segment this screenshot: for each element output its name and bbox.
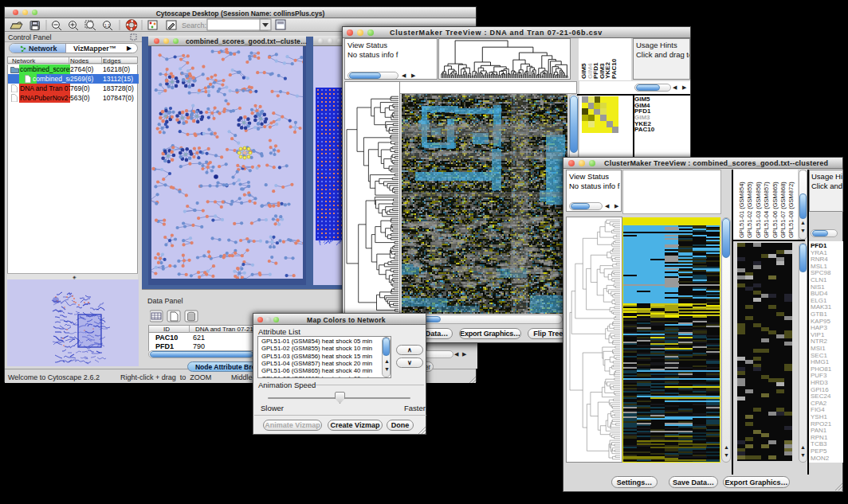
svg-text:GPL51-06 (GSM865): GPL51-06 (GSM865) (771, 182, 779, 238)
svg-text:GPL51-03 (GSM856): GPL51-03 (GSM856) (755, 182, 762, 238)
svg-text:Search:: Search: (182, 21, 206, 29)
svg-text:GPL51-04 (GSM857): GPL51-04 (GSM857) (763, 182, 770, 238)
svg-text:GPL51-07 (GSM868): GPL51-07 (GSM868) (779, 182, 787, 238)
svg-text:GPL51-01 (GSM854): GPL51-01 (GSM854) (738, 182, 745, 238)
svg-text:GPL51-02 (GSM855): GPL51-02 (GSM855) (746, 182, 753, 238)
svg-text:1:1: 1:1 (104, 23, 110, 28)
svg-text:GPL51-08 (GSM872): GPL51-08 (GSM872) (787, 182, 795, 238)
svg-text:PAC10: PAC10 (610, 58, 618, 79)
